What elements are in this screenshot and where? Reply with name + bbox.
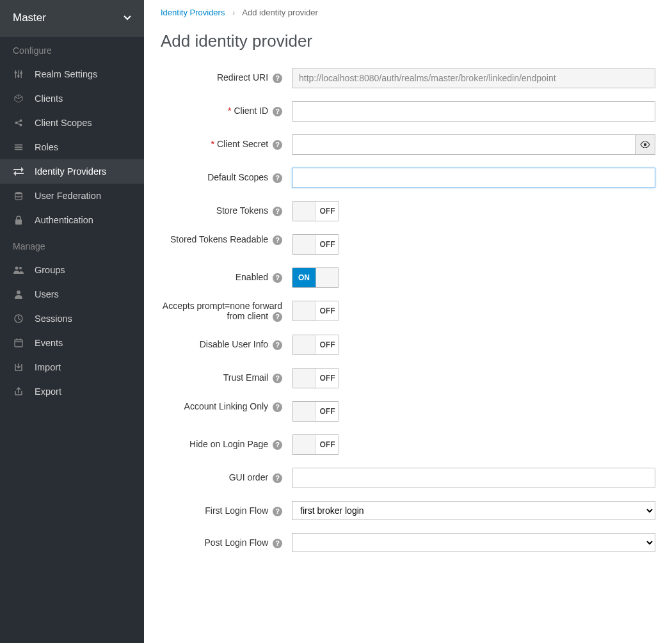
account-linking-only-toggle[interactable]: OFF	[292, 401, 339, 422]
store-tokens-label: Store Tokens ?	[161, 201, 292, 216]
client-secret-label: * Client Secret ?	[161, 134, 292, 150]
sidebar-item-realm-settings[interactable]: Realm Settings	[0, 62, 144, 86]
enabled-toggle[interactable]: ON	[292, 267, 339, 288]
redirect-uri-input[interactable]	[292, 68, 655, 88]
sidebar: Master Configure Realm Settings Clients …	[0, 0, 144, 643]
breadcrumb-parent-link[interactable]: Identity Providers	[161, 8, 225, 17]
sidebar-item-identity-providers[interactable]: Identity Providers	[0, 159, 144, 184]
svg-line-9	[17, 121, 20, 122]
sidebar-item-user-federation[interactable]: User Federation	[0, 184, 144, 208]
gui-order-input[interactable]	[292, 468, 655, 488]
lock-icon	[13, 214, 24, 226]
sidebar-item-authentication[interactable]: Authentication	[0, 208, 144, 232]
help-icon[interactable]: ?	[273, 539, 282, 548]
sidebar-item-import[interactable]: Import	[0, 355, 144, 379]
accepts-prompt-toggle[interactable]: OFF	[292, 301, 339, 321]
database-icon	[13, 190, 24, 202]
sidebar-item-label: Import	[35, 362, 61, 372]
svg-line-10	[17, 123, 20, 125]
user-icon	[13, 289, 24, 300]
help-icon[interactable]: ?	[273, 107, 282, 116]
sidebar-item-label: Events	[35, 338, 63, 348]
form-row-redirect-uri: Redirect URI ?	[161, 68, 655, 88]
form-row-hide-on-login: Hide on Login Page ? OFF	[161, 434, 655, 455]
form-row-trust-email: Trust Email ? OFF	[161, 368, 655, 388]
redirect-uri-label: Redirect URI ?	[161, 68, 292, 83]
help-icon[interactable]: ?	[273, 273, 282, 283]
help-icon[interactable]: ?	[273, 507, 282, 516]
svg-point-8	[20, 124, 22, 127]
hide-on-login-toggle[interactable]: OFF	[292, 434, 339, 455]
form-row-gui-order: GUI order ?	[161, 468, 655, 488]
help-icon[interactable]: ?	[273, 312, 282, 322]
svg-rect-20	[15, 340, 22, 347]
post-login-flow-label: Post Login Flow ?	[161, 533, 292, 548]
sidebar-item-label: Authentication	[35, 215, 93, 225]
help-icon[interactable]: ?	[273, 374, 282, 383]
enabled-label: Enabled ?	[161, 267, 292, 283]
form-row-enabled: Enabled ? ON	[161, 267, 655, 288]
form-row-stored-tokens-readable: Stored Tokens Readable ? OFF	[161, 234, 655, 255]
help-icon[interactable]: ?	[273, 402, 282, 412]
sidebar-item-users[interactable]: Users	[0, 282, 144, 306]
reveal-password-button[interactable]	[635, 134, 655, 155]
sidebar-item-roles[interactable]: Roles	[0, 135, 144, 159]
help-icon[interactable]: ?	[273, 473, 282, 483]
gui-order-label: GUI order ?	[161, 468, 292, 483]
list-icon	[13, 141, 24, 153]
form-row-first-login-flow: First Login Flow ? first broker login	[161, 501, 655, 520]
client-id-input[interactable]	[292, 101, 655, 122]
hide-on-login-label: Hide on Login Page ?	[161, 434, 292, 450]
help-icon[interactable]: ?	[273, 340, 282, 350]
form-row-account-linking-only: Account Linking Only ? OFF	[161, 401, 655, 422]
svg-point-7	[20, 120, 22, 122]
trust-email-toggle[interactable]: OFF	[292, 368, 339, 388]
sidebar-item-label: Export	[35, 386, 61, 397]
post-login-flow-select[interactable]	[292, 533, 655, 552]
first-login-flow-label: First Login Flow ?	[161, 501, 292, 516]
sidebar-item-label: Client Scopes	[35, 118, 92, 128]
svg-point-5	[20, 72, 22, 75]
stored-tokens-readable-toggle[interactable]: OFF	[292, 234, 339, 255]
sidebar-item-sessions[interactable]: Sessions	[0, 306, 144, 331]
eye-icon	[640, 141, 650, 148]
store-tokens-toggle[interactable]: OFF	[292, 201, 339, 221]
help-icon[interactable]: ?	[273, 207, 282, 216]
sidebar-item-label: Realm Settings	[35, 69, 97, 79]
sidebar-item-clients[interactable]: Clients	[0, 86, 144, 111]
svg-rect-12	[15, 147, 22, 148]
help-icon[interactable]: ?	[273, 74, 282, 83]
trust-email-label: Trust Email ?	[161, 368, 292, 383]
svg-point-16	[15, 267, 19, 270]
sliders-icon	[13, 68, 24, 80]
sidebar-item-label: Users	[35, 289, 59, 299]
sidebar-item-label: Roles	[35, 142, 58, 152]
sidebar-item-events[interactable]: Events	[0, 331, 144, 355]
realm-selector[interactable]: Master	[0, 0, 144, 36]
calendar-icon	[13, 337, 24, 349]
form-row-client-secret: * Client Secret ?	[161, 134, 655, 155]
form-row-disable-user-info: Disable User Info ? OFF	[161, 335, 655, 355]
sidebar-item-label: User Federation	[35, 191, 101, 201]
disable-user-info-toggle[interactable]: OFF	[292, 335, 339, 355]
disable-user-info-label: Disable User Info ?	[161, 335, 292, 350]
sidebar-item-client-scopes[interactable]: Client Scopes	[0, 111, 144, 135]
form-row-store-tokens: Store Tokens ? OFF	[161, 201, 655, 221]
help-icon[interactable]: ?	[273, 235, 282, 245]
breadcrumb-separator: ›	[232, 8, 235, 17]
help-icon[interactable]: ?	[273, 440, 282, 450]
sidebar-item-label: Identity Providers	[35, 166, 106, 177]
form-row-client-id: * Client ID ?	[161, 101, 655, 122]
client-secret-input[interactable]	[292, 134, 636, 155]
help-icon[interactable]: ?	[273, 173, 282, 183]
sidebar-item-groups[interactable]: Groups	[0, 258, 144, 282]
first-login-flow-select[interactable]: first broker login	[292, 501, 655, 520]
sidebar-item-export[interactable]: Export	[0, 379, 144, 404]
form-row-accepts-prompt: Accepts prompt=none forward from client …	[161, 301, 655, 322]
default-scopes-input[interactable]	[292, 168, 655, 188]
client-id-label: * Client ID ?	[161, 101, 292, 116]
form-row-post-login-flow: Post Login Flow ?	[161, 533, 655, 552]
exchange-icon	[13, 166, 24, 177]
help-icon[interactable]: ?	[273, 140, 282, 150]
svg-point-6	[15, 122, 18, 124]
